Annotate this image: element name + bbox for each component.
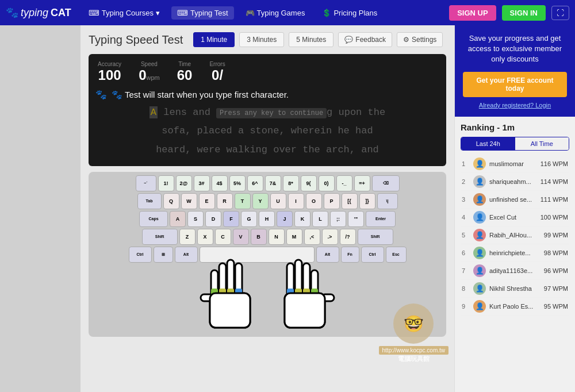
rank-number: 7 [462,267,470,274]
tab-1min[interactable]: 1 Minute [193,32,235,47]
avatar-icon: 👤 [476,302,484,310]
key-8[interactable]: 8* [283,175,299,191]
pricing-icon: 💲 [322,9,331,17]
key-c[interactable]: C [215,229,231,245]
rank-username: heinrichpiete... [489,249,540,256]
rank-tab-last24h[interactable]: Last 24h [461,137,515,150]
key-m[interactable]: M [286,229,302,245]
key-p[interactable]: P [324,193,340,209]
key-caps[interactable]: Caps [139,211,168,227]
key-q[interactable]: Q [163,193,179,209]
key-3[interactable]: 3# [194,175,210,191]
stat-accuracy: Accuracy 100 [98,61,121,83]
key-v[interactable]: V [233,229,249,245]
signup-button[interactable]: SIGN UP [449,5,496,21]
key-comma[interactable]: ,< [304,229,320,245]
key-tilde[interactable]: ~` [136,175,156,191]
key-g[interactable]: G [241,211,257,227]
tab-3min[interactable]: 3 Minutes [239,32,284,47]
avatar-icon: 👤 [476,160,484,168]
key-i[interactable]: I [288,193,304,209]
key-backspace[interactable]: ⌫ [372,175,400,191]
test-text: A lens and Press any key to continueg up… [95,103,439,159]
already-registered-link[interactable]: Already registered? Login [463,102,567,109]
svg-rect-10 [210,293,250,328]
key-s[interactable]: S [187,211,204,227]
logo[interactable]: 🐾 typingCAT [6,6,71,19]
key-5[interactable]: 5% [229,175,246,191]
key-l[interactable]: L [312,211,328,227]
key-tab[interactable]: Tab [137,193,162,209]
key-lbracket[interactable]: [{ [342,193,358,209]
stats-row: Accuracy 100 Speed 0wpm Time 60 Errors 0… [95,61,439,83]
key-2[interactable]: 2@ [176,175,192,191]
settings-button[interactable]: ⚙ Settings [397,32,443,47]
key-row-qwerty: Tab Q W E R T Y U I O P [{ ]} \| [92,193,443,209]
key-d[interactable]: D [205,211,221,227]
key-u[interactable]: U [270,193,286,209]
key-t[interactable]: T [235,193,251,209]
key-a[interactable]: A [170,211,186,227]
rank-number: 3 [462,196,470,203]
key-shift-left[interactable]: Shift [142,229,178,245]
rank-number: 2 [462,178,470,185]
key-j[interactable]: J [277,211,293,227]
key-o[interactable]: O [306,193,322,209]
key-z[interactable]: Z [179,229,195,245]
key-backslash[interactable]: \| [377,193,398,209]
nav-pricing-plans[interactable]: 💲 Pricing Plans [316,6,383,20]
key-b[interactable]: B [251,229,267,245]
key-9[interactable]: 9( [301,175,317,191]
fullscreen-button[interactable]: ⛶ [551,6,569,20]
key-slash[interactable]: /? [340,229,356,245]
feedback-button[interactable]: 💬 Feedback [338,32,392,47]
svg-rect-21 [285,293,325,328]
ranking-tabs: Last 24h All Time [461,137,569,151]
nav-typing-test[interactable]: ⌨ Typing Test [171,6,234,20]
key-shift-right[interactable]: Shift [358,229,393,245]
key-r[interactable]: R [217,193,233,209]
key-minus[interactable]: -_ [336,175,352,191]
rank-username: muslimomar [489,160,537,167]
rank-tab-alltime[interactable]: All Time [515,137,569,150]
key-6[interactable]: 6^ [247,175,263,191]
key-y[interactable]: Y [252,193,269,209]
promo-box: Save your progress and get access to exc… [455,25,575,117]
key-x[interactable]: X [197,229,213,245]
key-k[interactable]: K [294,211,310,227]
key-n[interactable]: N [269,229,285,245]
key-7[interactable]: 7& [265,175,281,191]
rank-wpm: 114 WPM [540,178,568,185]
key-period[interactable]: .> [322,229,338,245]
promo-headline: Save your progress and get access to exc… [463,33,567,65]
rank-number: 9 [462,303,470,310]
avatar-icon: 👤 [476,249,484,257]
key-h[interactable]: H [259,211,275,227]
paw-icon-msg: 🐾 [95,89,107,100]
tab-5min[interactable]: 5 Minutes [289,32,334,47]
ranking-row: 5 👤 Rabih_AlHou... 99 WPM [461,226,569,244]
key-rbracket[interactable]: ]} [359,193,375,209]
key-quote[interactable]: '" [348,211,364,227]
stat-time: Time 60 [177,61,193,83]
typing-area[interactable]: Accuracy 100 Speed 0wpm Time 60 Errors 0… [89,54,446,166]
ranking-row: 8 👤 Nikhil Shrestha 97 WPM [461,280,569,298]
stat-speed: Speed 0wpm [139,61,160,83]
free-account-button[interactable]: Get your FREE account today [463,72,567,97]
key-1[interactable]: 1! [158,175,174,191]
key-w[interactable]: W [181,193,197,209]
nav-typing-courses[interactable]: ⌨ Typing Courses ▾ [83,6,166,20]
key-f[interactable]: F [223,211,239,227]
key-equals[interactable]: =+ [354,175,370,191]
key-e[interactable]: E [199,193,215,209]
key-enter[interactable]: Enter [366,211,396,227]
key-row-numbers: ~` 1! 2@ 3# 4$ 5% 6^ 7& 8* 9( 0) -_ =+ ⌫ [92,175,443,191]
rank-username: aditya11163e... [489,267,540,274]
key-0[interactable]: 0) [319,175,335,191]
rank-avatar: 👤 [473,247,486,259]
key-4[interactable]: 4$ [212,175,228,191]
signin-button[interactable]: SIGN IN [502,5,546,21]
key-semicolon[interactable]: ;: [330,211,346,227]
avatar-icon: 👤 [476,231,484,239]
nav-typing-games[interactable]: 🎮 Typing Games [240,6,311,20]
